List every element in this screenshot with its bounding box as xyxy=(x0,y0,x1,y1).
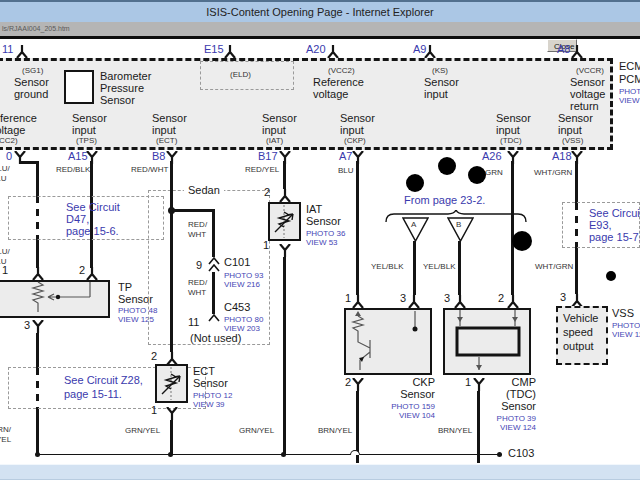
vcc2-tag: (VCC2) xyxy=(328,66,355,75)
iat-tag: (IAT) xyxy=(266,136,283,145)
ect-name2: Sensor xyxy=(193,377,228,389)
wire xyxy=(511,161,514,295)
see-circuit-z28[interactable]: See Circuit Z28, xyxy=(64,374,143,386)
ground-bus-line xyxy=(36,454,350,455)
vss-photo-link[interactable]: PHOTO xyxy=(612,321,640,330)
see-circuit-e93[interactable]: page 15-7. xyxy=(589,231,640,243)
iat-photo-link[interactable]: PHOTO 36 xyxy=(306,229,345,238)
bottom-scroll-strip[interactable] xyxy=(0,464,640,480)
wire xyxy=(36,410,39,455)
wire xyxy=(171,209,215,212)
ref-line2: voltage xyxy=(0,124,25,136)
junction-dot xyxy=(168,452,173,457)
wire-label: YEL/BLK xyxy=(423,262,455,271)
iat-pin2-label: 2 xyxy=(264,186,270,198)
see-circuit-e93[interactable]: E93, xyxy=(589,219,612,231)
cmp-name1: CMP xyxy=(446,376,536,388)
iat-view-link[interactable]: VIEW 53 xyxy=(306,238,338,247)
ect-photo-link[interactable]: PHOTO 12 xyxy=(193,391,232,400)
c101-pin-label: 9 xyxy=(196,259,202,271)
wire-label: BLU/ xyxy=(0,164,10,173)
vss-line2: input xyxy=(558,124,582,136)
see-circuit-z28[interactable]: page 15-11. xyxy=(64,388,122,400)
c453-name: C453 xyxy=(224,301,250,313)
baro-line2: Pressure xyxy=(100,82,144,94)
ref-tag: (VCC2) xyxy=(0,136,18,145)
cmp-pin2-label: 2 xyxy=(498,292,504,304)
window-title: ISIS-Content Opening Page - Internet Exp… xyxy=(206,6,433,18)
cmp-name2: (TDC) xyxy=(446,388,536,400)
terminal-label: 0 xyxy=(6,150,12,162)
vss-box-line1: Vehicle xyxy=(563,312,598,324)
pin-icon xyxy=(223,45,237,58)
triangle-b-label: B xyxy=(456,220,461,229)
iat-line1: Sensor xyxy=(262,112,297,124)
ckp-name2: Sensor xyxy=(344,388,435,400)
see-circuit-d47[interactable]: page 15-6. xyxy=(66,225,119,237)
wire-label: BRN/YEL xyxy=(438,426,472,435)
not-used-note: (Not used) xyxy=(190,332,241,344)
see-circuit-d47[interactable]: See Circuit xyxy=(66,201,120,213)
vccr-tag: (VCCR) xyxy=(576,66,604,75)
wire-label: RED/YEL xyxy=(245,165,279,174)
see-circuit-d47[interactable]: D47, xyxy=(66,213,89,225)
iat-name2: Sensor xyxy=(306,215,341,227)
vccr-line2: voltage xyxy=(570,88,605,100)
pin-icon xyxy=(326,45,340,58)
black-dot-annotation xyxy=(606,271,616,281)
ecm-view-link[interactable]: VIEW xyxy=(619,96,639,105)
chevron-connector-icon xyxy=(208,264,220,272)
wire xyxy=(413,241,416,295)
wire-label: WHT/GRN xyxy=(535,262,573,271)
iat-line2: input xyxy=(262,124,286,136)
black-dot-annotation xyxy=(438,157,456,175)
sg1-line1: Sensor xyxy=(14,76,49,88)
wire xyxy=(36,333,39,368)
terminal-label: A18 xyxy=(552,150,572,162)
ks-line1: Sensor xyxy=(424,76,459,88)
black-dot-annotation xyxy=(468,166,486,184)
ect-view-link[interactable]: VIEW 39 xyxy=(193,400,225,409)
junction-dot xyxy=(35,452,40,457)
see-circuit-e93[interactable]: See Circuit xyxy=(589,207,640,219)
terminal-label: B17 xyxy=(258,150,278,162)
from-page-note[interactable]: From page 23-2. xyxy=(404,194,485,206)
pin-icon xyxy=(31,267,45,280)
eld-tag: (ELD) xyxy=(230,70,251,79)
c453-pin-label: 11 xyxy=(188,316,199,328)
ect-pin1-label: 1 xyxy=(151,404,157,416)
ks-tag: (KS) xyxy=(432,66,448,75)
black-dot-annotation xyxy=(406,174,424,192)
transistor-symbol xyxy=(344,308,432,375)
pickup-coil-symbol xyxy=(443,308,531,375)
tdc-line2: input xyxy=(496,124,520,136)
address-bar[interactable]: ls/RJAAI004_205.htm xyxy=(0,22,640,36)
tps-line2: input xyxy=(72,124,96,136)
ckp-view-link[interactable]: VIEW 104 xyxy=(344,411,435,420)
address-text: ls/RJAAI004_205.htm xyxy=(2,25,70,32)
vss-view-link[interactable]: VIEW 12 xyxy=(612,330,640,339)
vcc2-line2: voltage xyxy=(313,88,348,100)
tdc-tag: (TDC) xyxy=(500,136,522,145)
ect-tag: (ECT) xyxy=(156,136,177,145)
cmp-photo-link[interactable]: PHOTO 39 xyxy=(446,414,536,423)
pin-icon xyxy=(570,45,584,58)
c101-view-link[interactable]: VIEW 216 xyxy=(224,280,260,289)
pin-icon xyxy=(31,320,45,333)
wire-label: RED/BLK xyxy=(56,165,90,174)
ckp-photo-link[interactable]: PHOTO 159 xyxy=(344,402,435,411)
ect-line2: input xyxy=(152,124,176,136)
tps-line1: Sensor xyxy=(72,112,107,124)
wire-label: RED/WHT xyxy=(131,165,168,174)
wire-label: RED/ xyxy=(188,220,207,229)
cmp-pin3-label: 3 xyxy=(444,292,450,304)
wire-label: RED/ xyxy=(188,278,207,287)
ecm-photo-link[interactable]: PHOTO xyxy=(619,87,640,96)
vss-line1: Sensor xyxy=(558,112,593,124)
potentiometer-symbol xyxy=(0,280,110,318)
c101-photo-link[interactable]: PHOTO 93 xyxy=(224,271,263,280)
pin-icon xyxy=(15,45,29,58)
c453-photo-link[interactable]: PHOTO 80 xyxy=(224,315,263,324)
pin-icon xyxy=(165,407,179,420)
wire xyxy=(356,161,359,295)
